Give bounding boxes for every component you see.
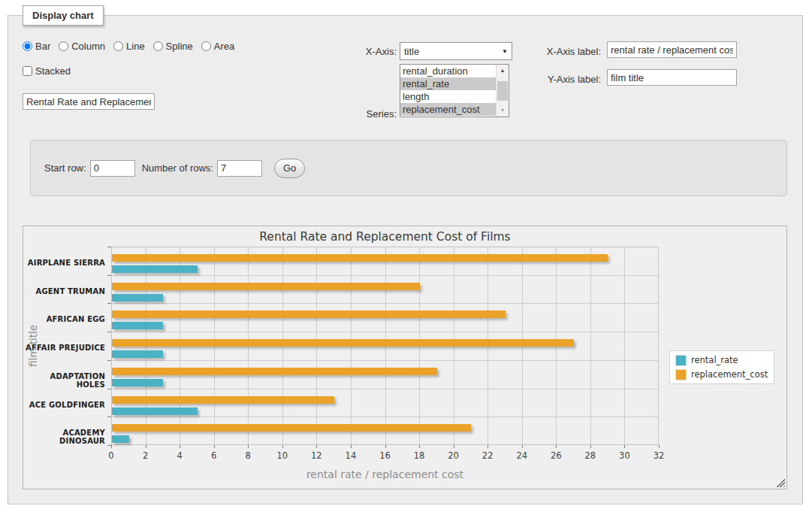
y-axis-tick bbox=[107, 332, 111, 332]
radio-spline-input[interactable] bbox=[153, 41, 163, 51]
y-axis-label-label: Y-Axis label: bbox=[519, 74, 601, 85]
series-listbox[interactable]: rental_durationrental_ratelengthreplacem… bbox=[400, 64, 509, 117]
legend-swatch bbox=[676, 356, 686, 365]
radio-area-label: Area bbox=[214, 41, 234, 52]
x-tick-label: 16 bbox=[374, 450, 397, 461]
series-option-rental_duration[interactable]: rental_duration bbox=[400, 65, 496, 77]
radio-spline[interactable]: Spline bbox=[153, 41, 193, 52]
series-scrollbar[interactable]: ▲ ▼ bbox=[496, 65, 509, 117]
x-axis-title: rental rate / replacement cost bbox=[111, 468, 659, 480]
x-tick-label: 14 bbox=[340, 450, 362, 461]
x-axis-tick bbox=[659, 445, 660, 448]
x-axis-tick bbox=[419, 445, 420, 448]
x-tick-label: 22 bbox=[476, 450, 499, 461]
x-tick-label: 12 bbox=[305, 450, 328, 461]
gridline-vertical bbox=[624, 247, 625, 445]
bar-replacement_cost bbox=[112, 283, 420, 290]
x-tick-label: 10 bbox=[271, 450, 294, 461]
gridline-horizontal bbox=[111, 417, 659, 417]
x-axis-tick bbox=[111, 445, 112, 448]
x-axis-tick bbox=[590, 445, 591, 448]
gridline-horizontal bbox=[111, 360, 659, 361]
y-axis-label-input[interactable] bbox=[607, 69, 737, 86]
x-axis-tick bbox=[556, 445, 557, 448]
series-option-rental_rate[interactable]: rental_rate bbox=[400, 77, 496, 90]
radio-area-input[interactable] bbox=[201, 41, 211, 51]
num-rows-label: Number of rows: bbox=[142, 162, 213, 174]
bar-replacement_cost bbox=[112, 254, 608, 262]
legend-label: replacement_cost bbox=[691, 369, 768, 380]
x-axis-label-label: X-Axis label: bbox=[519, 46, 601, 57]
y-axis-tick bbox=[107, 247, 111, 247]
radio-column-input[interactable] bbox=[59, 41, 68, 51]
x-tick-label: 32 bbox=[647, 450, 670, 461]
bar-rental_rate bbox=[112, 265, 198, 273]
gridline-horizontal bbox=[111, 332, 659, 332]
x-tick-label: 6 bbox=[203, 450, 225, 461]
x-axis-tick bbox=[316, 445, 317, 448]
radio-line-input[interactable] bbox=[113, 41, 123, 51]
gridline-horizontal bbox=[111, 389, 659, 389]
x-tick-label: 30 bbox=[613, 450, 635, 461]
start-row-label: Start row: bbox=[44, 162, 86, 174]
x-axis-tick bbox=[248, 445, 249, 448]
scrollbar-thumb[interactable] bbox=[497, 81, 508, 101]
x-tick-label: 8 bbox=[237, 450, 259, 461]
x-axis-label-input[interactable] bbox=[607, 41, 737, 58]
legend-swatch bbox=[676, 370, 686, 380]
radio-bar-input[interactable] bbox=[23, 41, 32, 51]
x-axis-tick bbox=[385, 445, 386, 448]
bar-rental_rate bbox=[112, 350, 163, 358]
row-controls-panel: Start row: Number of rows: Go bbox=[30, 140, 787, 196]
radio-bar[interactable]: Bar bbox=[23, 41, 50, 52]
go-button[interactable]: Go bbox=[274, 159, 305, 178]
stacked-label: Stacked bbox=[35, 65, 71, 77]
chart-title: Rental Rate and Replacement Cost of Film… bbox=[111, 230, 659, 244]
num-rows-input[interactable] bbox=[217, 160, 262, 177]
gridline-horizontal bbox=[111, 275, 659, 276]
x-axis-tick bbox=[454, 445, 454, 448]
x-axis-tick bbox=[214, 445, 215, 448]
display-chart-fieldset: Display chart Bar Column Line Spline Are… bbox=[8, 15, 803, 504]
chart-legend: rental_ratereplacement_cost bbox=[669, 350, 774, 384]
series-listbox-label: Series: bbox=[324, 108, 397, 120]
bar-rental_rate bbox=[112, 294, 163, 301]
chart-title-input[interactable] bbox=[23, 93, 155, 110]
y-axis-tick bbox=[107, 360, 111, 361]
scroll-down-icon[interactable]: ▼ bbox=[497, 105, 509, 116]
fieldset-legend-text: Display chart bbox=[32, 10, 94, 21]
x-axis-tick bbox=[351, 445, 352, 448]
x-axis-select-value: title bbox=[404, 46, 419, 57]
x-tick-label: 0 bbox=[100, 450, 122, 461]
y-axis-tick bbox=[107, 417, 111, 417]
legend-label: rental_rate bbox=[691, 355, 738, 365]
x-tick-label: 4 bbox=[168, 450, 191, 461]
series-option-replacement_cost[interactable]: replacement_cost bbox=[400, 103, 496, 116]
bar-replacement_cost bbox=[112, 396, 334, 404]
stacked-checkbox[interactable] bbox=[23, 66, 32, 76]
x-axis-tick bbox=[624, 445, 625, 448]
x-axis-tick bbox=[180, 445, 180, 448]
y-axis-tick bbox=[107, 275, 111, 276]
x-tick-label: 28 bbox=[579, 450, 602, 461]
bar-replacement_cost bbox=[112, 424, 471, 432]
y-axis-tick bbox=[107, 303, 111, 304]
radio-line-label: Line bbox=[126, 41, 145, 52]
x-axis-select[interactable]: title ▼ bbox=[400, 42, 512, 60]
radio-area[interactable]: Area bbox=[201, 41, 234, 52]
legend-item-rental_rate: rental_rate bbox=[676, 355, 768, 365]
gridline-horizontal bbox=[111, 303, 659, 304]
radio-column[interactable]: Column bbox=[59, 41, 105, 52]
resize-handle-icon[interactable] bbox=[776, 478, 785, 487]
scroll-up-icon[interactable]: ▲ bbox=[497, 65, 509, 76]
bar-replacement_cost bbox=[112, 368, 437, 375]
chevron-down-icon: ▼ bbox=[502, 48, 508, 55]
radio-spline-label: Spline bbox=[166, 41, 193, 52]
stacked-checkbox-item[interactable]: Stacked bbox=[23, 65, 71, 77]
bar-rental_rate bbox=[112, 379, 163, 386]
radio-line[interactable]: Line bbox=[113, 41, 145, 52]
start-row-input[interactable] bbox=[90, 160, 135, 177]
x-tick-label: 18 bbox=[408, 450, 430, 461]
series-option-length[interactable]: length bbox=[400, 90, 496, 103]
bar-rental_rate bbox=[112, 322, 163, 329]
